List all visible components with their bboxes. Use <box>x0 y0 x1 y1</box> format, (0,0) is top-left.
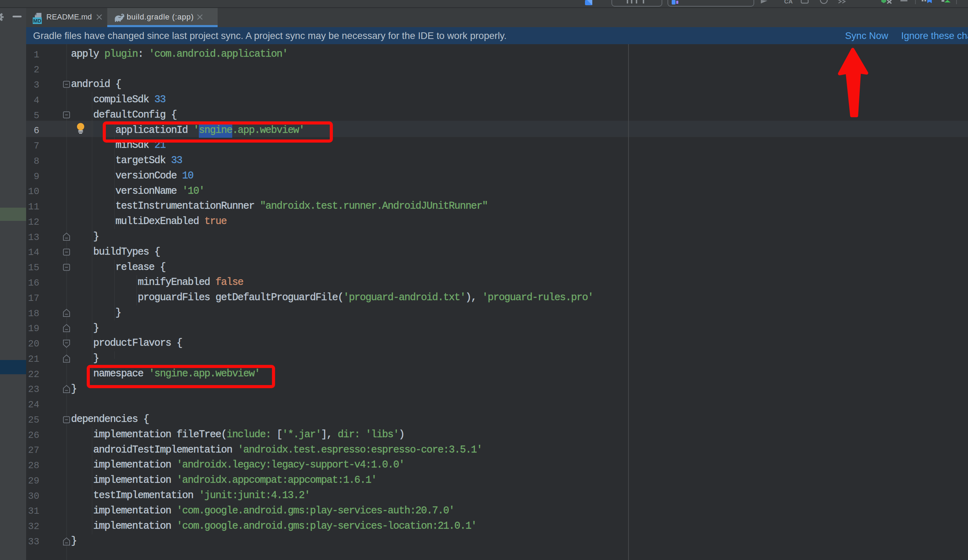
svg-text:CA: CA <box>784 0 793 5</box>
svg-text:MD: MD <box>33 18 41 24</box>
